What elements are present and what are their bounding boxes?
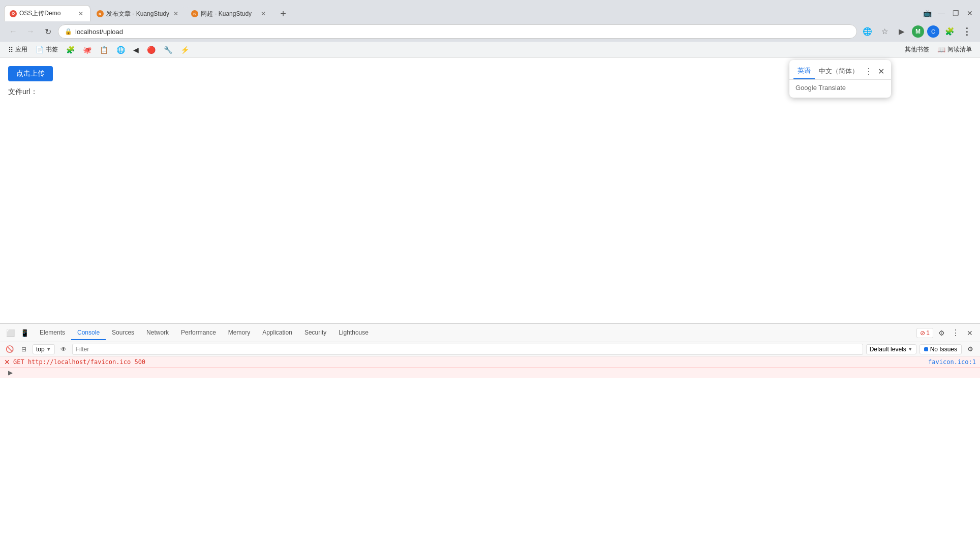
tab-favicon-publish: K <box>97 10 104 17</box>
bookmark-ext2[interactable]: 🐙 <box>79 44 96 55</box>
clear-console-icon[interactable]: 🚫 <box>4 344 15 355</box>
console-settings-icon[interactable]: ⚙ <box>965 344 976 355</box>
bookmark-star-icon[interactable]: ☆ <box>877 24 892 39</box>
tab-application[interactable]: Application <box>256 326 298 340</box>
reading-list-label: 阅读清单 <box>947 45 972 54</box>
translate-tab-english[interactable]: 英语 <box>793 63 815 79</box>
tab-sources[interactable]: Sources <box>106 326 140 340</box>
log-level-select[interactable]: Default levels ▼ <box>866 344 916 354</box>
profile-icon-2[interactable]: C <box>927 25 939 38</box>
console-error-source[interactable]: favicon.ico:1 <box>928 358 976 366</box>
tab-close-oss[interactable]: ✕ <box>77 10 85 18</box>
tab-title-kuangstudy: 网超 - KuangStudy <box>201 10 257 18</box>
eye-icon[interactable]: 👁 <box>58 344 69 355</box>
address-secure-icon: 🔒 <box>65 28 72 35</box>
google-translate-label: Google Translate <box>795 84 846 92</box>
devtools-inspect-icon[interactable]: ⬜ <box>4 327 16 339</box>
tab-performance[interactable]: Performance <box>175 326 222 340</box>
error-icon: ✕ <box>4 358 10 366</box>
bookmark-ext3[interactable]: 📋 <box>96 44 112 55</box>
devtools-error-badge[interactable]: ⊘ 1 <box>916 328 933 338</box>
expand-icon[interactable]: ▶ <box>8 369 13 376</box>
devtools-settings-icon[interactable]: ⚙ <box>935 327 947 339</box>
issues-badge[interactable]: No Issues <box>920 344 962 354</box>
translate-icon[interactable]: 🌐 <box>860 24 874 39</box>
console-output: ✕ GET http://localhost/favicon.ico 500 f… <box>0 356 980 542</box>
console-error-text: GET http://localhost/favicon.ico 500 <box>13 358 925 366</box>
translate-more-button[interactable]: ⋮ <box>863 65 875 77</box>
bookmark-ext6[interactable]: 🔴 <box>143 44 160 55</box>
media-icon[interactable]: ▶ <box>895 24 909 39</box>
other-bookmarks-label: 其他书签 <box>905 45 929 54</box>
translate-close-button[interactable]: ✕ <box>875 65 887 77</box>
context-dropdown-icon: ▼ <box>46 346 51 352</box>
reading-list-icon: 📖 <box>937 46 945 53</box>
bookmark-ext7[interactable]: 🔧 <box>160 44 176 55</box>
reading-list[interactable]: 📖 阅读清单 <box>933 44 976 55</box>
console-expand-row[interactable]: ▶ <box>0 368 980 378</box>
tab-close-publish[interactable]: ✕ <box>172 10 180 18</box>
restore-button[interactable]: ❐ <box>950 7 962 19</box>
other-bookmarks[interactable]: 其他书签 <box>901 44 933 55</box>
error-count: 1 <box>926 329 930 337</box>
tab-close-kuangstudy[interactable]: ✕ <box>259 10 267 18</box>
devtools-more-icon[interactable]: ⋮ <box>950 327 962 339</box>
tab-kuangstudy[interactable]: K 网超 - KuangStudy ✕ <box>186 6 272 21</box>
tab-lighthouse[interactable]: Lighthouse <box>332 326 375 340</box>
bookmark-folder-label: 书签 <box>46 45 58 54</box>
extensions-icon[interactable]: 🧩 <box>942 24 957 39</box>
apps-icon: ⠿ <box>8 46 13 54</box>
cast-icon[interactable]: 📺 <box>921 7 933 19</box>
bookmark-ext4[interactable]: 🌐 <box>112 44 129 55</box>
tab-security[interactable]: Security <box>298 326 332 340</box>
bookmark-folder[interactable]: 📄 书签 <box>32 44 62 55</box>
close-button[interactable]: ✕ <box>964 7 976 19</box>
filter-input[interactable] <box>72 344 863 355</box>
translate-popup: 英语 中文（简体） ⋮ ✕ Google Translate <box>789 60 891 98</box>
reload-button[interactable]: ↻ <box>41 24 55 39</box>
issues-text: No Issues <box>930 346 957 353</box>
log-level-dropdown-icon: ▼ <box>908 346 913 352</box>
translate-tab-chinese[interactable]: 中文（简体） <box>815 64 863 79</box>
show-drawer-icon[interactable]: ⊟ <box>18 344 29 355</box>
context-value: top <box>36 346 45 353</box>
console-error-row[interactable]: ✕ GET http://localhost/favicon.ico 500 f… <box>0 356 980 368</box>
tab-console[interactable]: Console <box>71 326 106 340</box>
devtools-close-icon[interactable]: ✕ <box>964 327 976 339</box>
tab-memory[interactable]: Memory <box>222 326 256 340</box>
issues-dot-icon <box>924 347 928 351</box>
log-level-value: Default levels <box>870 346 906 353</box>
profile-icon[interactable]: M <box>912 25 924 38</box>
bookmark-ext8[interactable]: ⚡ <box>176 44 193 55</box>
context-select[interactable]: top ▼ <box>33 344 55 354</box>
upload-button[interactable]: 点击上传 <box>8 66 53 81</box>
tab-publish[interactable]: K 发布文章 - KuangStudy ✕ <box>91 6 185 21</box>
tab-oss-upload[interactable]: O OSS上传Demo ✕ <box>4 5 90 21</box>
forward-button[interactable]: → <box>23 24 38 39</box>
tab-network[interactable]: Network <box>140 326 175 340</box>
tab-title-oss: OSS上传Demo <box>19 9 74 18</box>
devtools-panel: ⬜ 📱 Elements Console Sources Network Per… <box>0 323 980 542</box>
bookmark-ext1[interactable]: 🧩 <box>62 44 79 55</box>
apps-label: 应用 <box>15 45 27 54</box>
new-tab-button[interactable]: + <box>275 6 291 21</box>
bookmark-folder-icon: 📄 <box>36 46 44 53</box>
tab-elements[interactable]: Elements <box>34 326 71 340</box>
minimize-button[interactable]: — <box>935 7 947 19</box>
apps-bookmark[interactable]: ⠿ 应用 <box>4 44 32 55</box>
address-text: localhost/upload <box>75 28 850 36</box>
tab-favicon-kuangstudy: K <box>191 10 198 17</box>
bookmark-ext5[interactable]: ◀ <box>129 44 143 55</box>
back-button[interactable]: ← <box>6 24 20 39</box>
tab-favicon-oss: O <box>10 10 17 17</box>
tab-title-publish: 发布文章 - KuangStudy <box>106 10 169 18</box>
more-options-icon[interactable]: ⋮ <box>960 24 974 39</box>
address-bar[interactable]: 🔒 localhost/upload <box>58 24 857 39</box>
devtools-device-icon[interactable]: 📱 <box>18 327 30 339</box>
